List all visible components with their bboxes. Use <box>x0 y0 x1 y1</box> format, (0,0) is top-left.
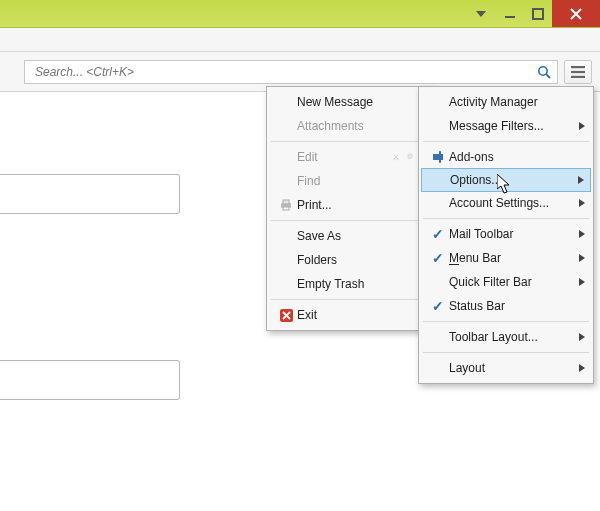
submenu-menu-bar[interactable]: ✓ Menu Bar <box>421 246 591 270</box>
menu-separator <box>271 141 431 142</box>
menu-find[interactable]: Find <box>269 169 433 193</box>
menu-label: Status Bar <box>449 299 575 313</box>
menu-label: Layout <box>449 361 575 375</box>
svg-rect-15 <box>283 207 289 210</box>
menu-label: Mail Toolbar <box>449 227 575 241</box>
submenu-activity-manager[interactable]: Activity Manager <box>421 90 591 114</box>
submenu-quick-filter-bar[interactable]: Quick Filter Bar <box>421 270 591 294</box>
svg-rect-0 <box>505 16 515 18</box>
menu-label: Quick Filter Bar <box>449 275 575 289</box>
menu-separator <box>271 220 431 221</box>
svg-rect-1 <box>533 9 543 19</box>
titlebar-dropdown[interactable] <box>472 0 490 27</box>
addons-icon <box>427 150 449 164</box>
submenu-options[interactable]: Options... <box>421 168 591 192</box>
search-input[interactable] <box>33 64 535 80</box>
menu-label: Empty Trash <box>297 277 417 291</box>
search-box[interactable] <box>24 60 558 84</box>
menu-label: Message Filters... <box>449 119 575 133</box>
menu-label: Account Settings... <box>449 196 575 210</box>
menu-label: Toolbar Layout... <box>449 330 575 344</box>
submenu-message-filters[interactable]: Message Filters... <box>421 114 591 138</box>
submenu-addons[interactable]: Add-ons <box>421 145 591 169</box>
menu-label: Edit <box>297 150 391 164</box>
menu-separator <box>271 299 431 300</box>
svg-rect-4 <box>571 66 585 68</box>
svg-point-2 <box>539 66 547 74</box>
menu-label: Activity Manager <box>449 95 575 109</box>
cut-icon <box>393 150 399 164</box>
app-menu: New Message Attachments Edit Find <box>266 86 436 331</box>
window-titlebar <box>0 0 600 28</box>
menu-attachments: Attachments <box>269 114 433 138</box>
check-icon: ✓ <box>432 298 444 314</box>
panel-placeholder <box>0 360 180 400</box>
panel-placeholder <box>0 174 180 214</box>
menu-label: Save As <box>297 229 417 243</box>
menu-empty-trash[interactable]: Empty Trash <box>269 272 433 296</box>
submenu-account-settings[interactable]: Account Settings... <box>421 191 591 215</box>
tab-strip <box>0 28 600 52</box>
window-close-button[interactable] <box>552 0 600 27</box>
menu-label: Menu Bar <box>449 251 575 265</box>
menu-label: Folders <box>297 253 417 267</box>
menu-label: Attachments <box>297 119 417 133</box>
window-maximize-button[interactable] <box>524 0 552 27</box>
svg-rect-6 <box>571 75 585 77</box>
options-submenu: Activity Manager Message Filters... Add-… <box>418 86 594 384</box>
menu-exit[interactable]: Exit <box>269 303 433 327</box>
exit-icon <box>275 309 297 322</box>
search-icon[interactable] <box>535 63 553 81</box>
menu-print[interactable]: Print... <box>269 193 433 217</box>
menu-edit: Edit <box>269 145 433 169</box>
svg-rect-5 <box>571 70 585 72</box>
menu-separator <box>423 218 589 219</box>
menu-save-as[interactable]: Save As <box>269 224 433 248</box>
check-icon: ✓ <box>432 226 444 242</box>
menu-label: Find <box>297 174 417 188</box>
svg-rect-9 <box>408 155 411 159</box>
svg-line-3 <box>546 74 550 78</box>
menu-label: Options... <box>450 173 574 187</box>
menu-label: New Message <box>297 95 417 109</box>
window-minimize-button[interactable] <box>496 0 524 27</box>
svg-rect-14 <box>283 200 289 204</box>
menu-separator <box>423 141 589 142</box>
menu-new-message[interactable]: New Message <box>269 90 433 114</box>
submenu-mail-toolbar[interactable]: ✓ Mail Toolbar <box>421 222 591 246</box>
svg-rect-10 <box>409 154 412 158</box>
copy-icon <box>407 150 413 164</box>
submenu-toolbar-layout[interactable]: Toolbar Layout... <box>421 325 591 349</box>
menu-label: Exit <box>297 308 417 322</box>
menu-label: Add-ons <box>449 150 575 164</box>
menu-folders[interactable]: Folders <box>269 248 433 272</box>
menu-label: Print... <box>297 198 417 212</box>
check-icon: ✓ <box>432 250 444 266</box>
submenu-status-bar[interactable]: ✓ Status Bar <box>421 294 591 318</box>
submenu-layout[interactable]: Layout <box>421 356 591 380</box>
print-icon <box>275 198 297 212</box>
menu-separator <box>423 352 589 353</box>
menu-separator <box>423 321 589 322</box>
app-menu-button[interactable] <box>564 60 592 84</box>
